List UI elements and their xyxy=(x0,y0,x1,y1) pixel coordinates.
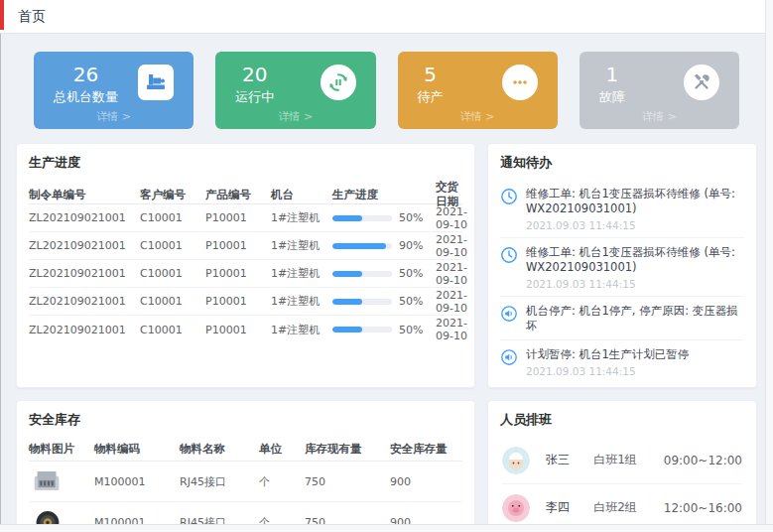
customer-cell: C10001 xyxy=(140,324,205,336)
detail-link[interactable]: 详情 > xyxy=(215,109,375,124)
table-row[interactable]: ZL202109021001 C10001 P10001 1#注塑机 50% 2… xyxy=(29,204,462,232)
notice-text: 机台停产: 机台1停产, 停产原因: 变压器损坏 xyxy=(526,304,744,333)
delivery-date-cell: 2021-09-10 xyxy=(436,289,467,315)
progress-percent: 50% xyxy=(399,267,423,280)
running-refresh-icon xyxy=(321,65,356,100)
delivery-date-cell: 2021-09-10 xyxy=(436,205,467,231)
table-row[interactable]: M100001 RJ45接口 个 750 900 xyxy=(29,462,462,502)
product-cell: P10001 xyxy=(205,211,271,224)
staff-name: 李四 xyxy=(546,499,593,516)
table-row[interactable]: ZL202109021001 C10001 P10001 1#注塑机 50% 2… xyxy=(29,260,462,288)
notices-panel: 通知待办 维修工单: 机台1变压器损坏待维修 (单号: WX2021090310… xyxy=(487,143,757,388)
notice-text: 维修工单: 机台1变压器损坏待维修 (单号: WX202109031001) xyxy=(526,187,744,216)
product-cell: P10001 xyxy=(205,295,271,308)
stat-value: 20 xyxy=(242,63,267,86)
machine-cell: 1#注塑机 xyxy=(271,294,332,309)
customer-cell: C10001 xyxy=(140,211,205,224)
schedule-row[interactable]: 张三 白班1组 09:00~12:00 xyxy=(502,437,742,484)
product-cell: P10001 xyxy=(205,324,271,336)
staff-time-range: 12:00~16:00 xyxy=(662,501,742,515)
order-no-cell: ZL202109021001 xyxy=(29,211,140,224)
progress-cell: 90% xyxy=(332,239,436,252)
customer-cell: C10001 xyxy=(140,267,205,280)
progress-bar xyxy=(332,271,392,277)
window-edge-accent xyxy=(0,0,4,30)
notice-item[interactable]: 维修工单: 机台1变压器损坏待维修 (单号: WX202109031001) 2… xyxy=(500,180,744,238)
stat-label: 故障 xyxy=(599,88,625,106)
detail-link[interactable]: 详情 > xyxy=(580,109,739,124)
customer-cell: C10001 xyxy=(140,239,205,252)
panel-title-schedule: 人员排班 xyxy=(488,401,756,437)
clock-icon xyxy=(500,188,518,231)
unit-cell: 个 xyxy=(259,474,305,489)
progress-cell: 50% xyxy=(332,267,436,280)
stat-label: 待产 xyxy=(418,88,444,106)
machine-cell: 1#注塑机 xyxy=(271,210,332,225)
stat-card-fault[interactable]: 1 故障 详情 > xyxy=(580,52,739,129)
notice-text: 维修工单: 机台1变压器损坏待维修 (单号: WX202109031001) xyxy=(526,245,744,275)
dashboard-page: { "page": { "title": "首页" }, "colors": {… xyxy=(0,0,773,532)
order-no-cell: ZL202109021001 xyxy=(29,239,140,252)
table-row[interactable]: ZL202109021001 C10001 P10001 1#注塑机 50% 2… xyxy=(29,316,462,343)
detail-link[interactable]: 详情 > xyxy=(398,109,558,124)
ellipsis-icon xyxy=(502,65,538,100)
notice-text: 计划暂停: 机台1生产计划已暂停 xyxy=(526,347,689,362)
delivery-date-cell: 2021-09-10 xyxy=(436,317,467,342)
stock-qty-cell: 750 xyxy=(305,475,390,488)
notice-item[interactable]: 维修工单: 机台1变压器损坏待维修 (单号: WX202109031001) 2… xyxy=(500,238,744,297)
schedule-list: 张三 白班1组 09:00~12:00 李四 白班2组 12:00~16:00 xyxy=(488,437,756,532)
col-safety-qty: 安全库存量 xyxy=(390,442,462,457)
tools-icon xyxy=(684,65,719,100)
safety-qty-cell: 900 xyxy=(390,475,462,488)
inventory-table-header: 物料图片 物料编码 物料名称 单位 库存现有量 安全库存量 xyxy=(29,437,462,462)
stat-card-waiting[interactable]: 5 待产 详情 > xyxy=(398,52,558,129)
stat-value: 1 xyxy=(605,63,618,86)
table-row[interactable]: ZL202109021001 C10001 P10001 1#注塑机 50% 2… xyxy=(29,288,462,316)
progress-cell: 50% xyxy=(332,295,436,308)
panels-grid: 生产进度 制令单编号 客户编号 产品编号 机台 生产进度 交货日期 ZL2021… xyxy=(16,143,757,532)
order-no-cell: ZL202109021001 xyxy=(29,267,140,280)
horizontal-scrollbar[interactable] xyxy=(0,524,773,532)
progress-percent: 50% xyxy=(399,295,423,308)
col-material-code: 物料编码 xyxy=(94,442,180,457)
col-progress: 生产进度 xyxy=(332,188,436,202)
col-material-name: 物料名称 xyxy=(180,442,259,457)
product-cell: P10001 xyxy=(205,267,271,280)
col-order-no: 制令单编号 xyxy=(29,188,140,202)
notice-item[interactable]: 机台停产: 机台1停产, 停产原因: 变压器损坏 xyxy=(500,297,744,340)
tab-home[interactable]: 首页 xyxy=(18,8,46,26)
progress-percent: 50% xyxy=(399,324,423,336)
production-progress-panel: 生产进度 制令单编号 客户编号 产品编号 机台 生产进度 交货日期 ZL2021… xyxy=(16,143,475,388)
notice-time: 2021.09.03 11:44:15 xyxy=(526,219,744,231)
staff-shift: 白班2组 xyxy=(593,499,662,516)
table-row[interactable]: ZL202109021001 C10001 P10001 1#注塑机 90% 2… xyxy=(29,232,462,260)
safety-inventory-panel: 安全库存 物料图片 物料编码 物料名称 单位 库存现有量 安全库存量 xyxy=(16,400,475,532)
stat-card-running[interactable]: 20 运行中 详情 > xyxy=(215,52,375,129)
machine-cell: 1#注塑机 xyxy=(271,266,332,281)
stat-value: 5 xyxy=(424,63,437,86)
notice-time: 2021.09.03 11:44:15 xyxy=(526,365,689,377)
progress-bar xyxy=(332,327,392,332)
col-product: 产品编号 xyxy=(205,188,271,202)
progress-bar xyxy=(332,243,392,249)
customer-cell: C10001 xyxy=(140,295,205,308)
staff-time-range: 09:00~12:00 xyxy=(662,454,742,467)
panel-title-notices: 通知待办 xyxy=(488,144,756,180)
production-table: 制令单编号 客户编号 产品编号 机台 生产进度 交货日期 ZL202109021… xyxy=(17,180,474,349)
col-unit: 单位 xyxy=(259,442,305,457)
detail-link[interactable]: 详情 > xyxy=(34,109,193,124)
delivery-date-cell: 2021-09-10 xyxy=(436,261,467,287)
notice-item[interactable]: 计划暂停: 机台1生产计划已暂停 2021.09.03 11:44:15 xyxy=(500,340,744,383)
avatar xyxy=(502,447,530,474)
staff-shift: 白班1组 xyxy=(593,452,662,468)
progress-cell: 50% xyxy=(332,211,436,224)
production-table-header: 制令单编号 客户编号 产品编号 机台 生产进度 交货日期 xyxy=(29,180,462,204)
vertical-scrollbar[interactable] xyxy=(765,0,773,524)
stat-card-total-machines[interactable]: 26 总机台数量 详情 > xyxy=(34,52,193,129)
progress-percent: 90% xyxy=(399,239,423,252)
machine-cell: 1#注塑机 xyxy=(271,238,332,253)
progress-bar xyxy=(332,299,392,305)
material-image-rj45 xyxy=(29,467,66,496)
speaker-icon xyxy=(500,348,518,377)
col-stock-qty: 库存现有量 xyxy=(305,442,390,457)
